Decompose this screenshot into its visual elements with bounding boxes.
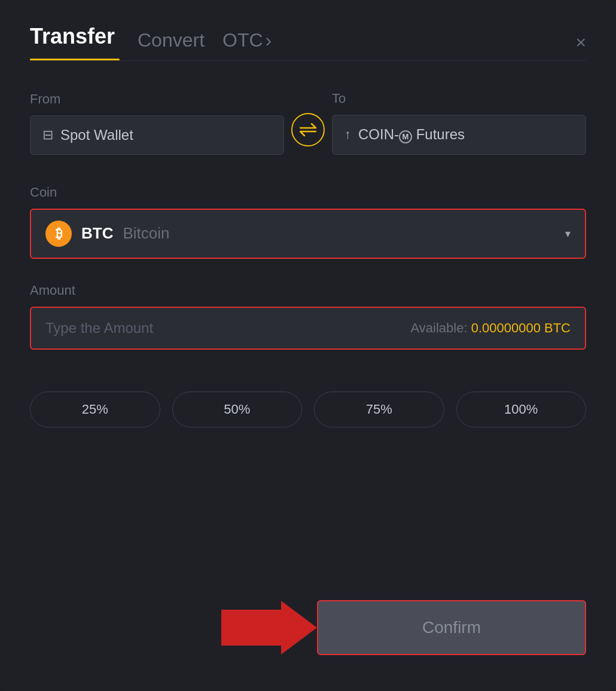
to-wallet-name: COIN-M Futures [358,126,465,143]
from-wallet-name: Spot Wallet [60,127,133,143]
coin-label: Coin [30,185,586,200]
tab-row: Transfer Convert OTC › × [30,24,586,61]
confirm-button[interactable]: Confirm [317,600,586,655]
amount-input-wrapper[interactable]: Type the Amount Available: 0.00000000 BT… [30,307,586,350]
percent-50-button[interactable]: 50% [172,392,303,427]
to-label: To [332,91,586,106]
coin-ticker: BTC [81,224,113,243]
coin-dropdown[interactable]: ₿ BTC Bitcoin ▾ [30,209,586,259]
svg-marker-0 [221,601,317,655]
tab-active-underline [30,59,120,60]
swap-button[interactable] [291,113,325,146]
tab-otc[interactable]: OTC › [222,29,272,60]
from-label: From [30,91,284,107]
bottom-row: Confirm [30,600,586,655]
available-label: Available: [411,320,468,335]
coin-section: Coin ₿ BTC Bitcoin ▾ [30,185,586,259]
close-button[interactable]: × [575,33,586,60]
amount-placeholder: Type the Amount [45,320,153,337]
percent-100-button[interactable]: 100% [456,392,587,427]
arrow-icon [221,601,317,655]
percent-75-button[interactable]: 75% [314,392,444,427]
btc-icon: ₿ [45,221,72,247]
tab-transfer[interactable]: Transfer [30,24,120,56]
chevron-down-icon: ▾ [565,227,571,240]
from-group: From ⊟ Spot Wallet [30,91,284,155]
arrow-wrapper [30,601,317,655]
futures-icon: ↑ [344,127,351,142]
swap-wrapper [284,113,332,155]
transfer-modal: Transfer Convert OTC › × From ⊟ Spot Wal… [0,0,616,691]
available-text: Available: 0.00000000 BTC [411,320,571,336]
available-value: 0.00000000 BTC [471,320,571,335]
coin-full-name: Bitcoin [123,224,169,243]
from-wallet-select[interactable]: ⊟ Spot Wallet [30,115,284,155]
amount-section: Amount Type the Amount Available: 0.0000… [30,283,586,350]
percent-25-button[interactable]: 25% [30,392,160,427]
to-wallet-select[interactable]: ↑ COIN-M Futures [332,115,586,155]
amount-label: Amount [30,283,586,298]
percent-row: 25% 50% 75% 100% [30,392,586,427]
to-group: To ↑ COIN-M Futures [332,91,586,155]
from-to-section: From ⊟ Spot Wallet To ↑ COIN-M Futures [30,91,586,155]
tab-convert[interactable]: Convert [138,29,205,60]
wallet-card-icon: ⊟ [42,127,53,143]
